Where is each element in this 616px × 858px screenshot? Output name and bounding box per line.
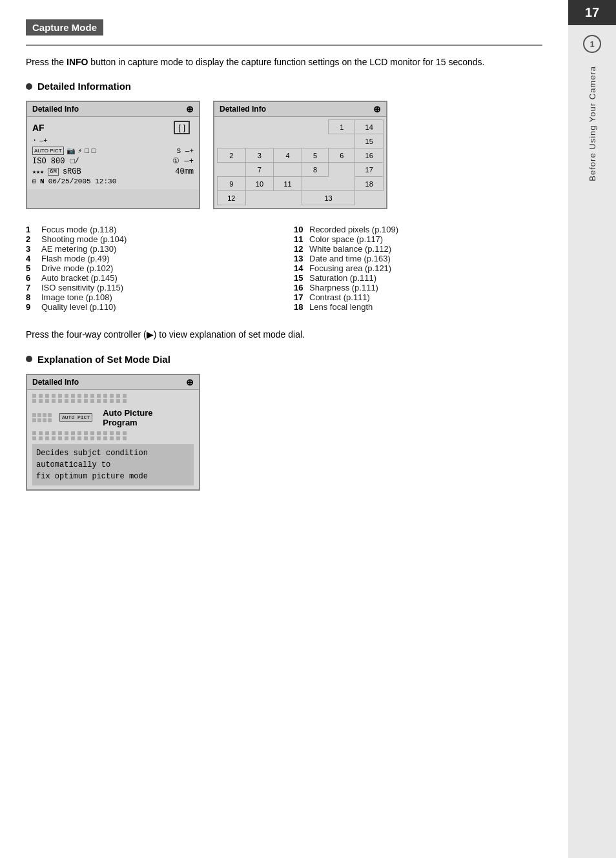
arrows-icon: —+ bbox=[39, 138, 47, 145]
flash-icon: ⚡ bbox=[78, 147, 83, 155]
dot bbox=[97, 399, 101, 403]
drive-icon: □ bbox=[85, 147, 89, 155]
dot bbox=[77, 399, 81, 403]
dot bbox=[71, 399, 75, 403]
grid-icon: ⊞ bbox=[32, 178, 36, 185]
dot bbox=[71, 431, 75, 435]
item-text: Contrast (p.111) bbox=[309, 292, 370, 302]
dot bbox=[65, 399, 68, 403]
dots-row-3 bbox=[32, 431, 194, 435]
explanation-screen: Detailed Info ⊕ bbox=[26, 374, 200, 491]
af-bracket-box: [ ] bbox=[174, 121, 190, 134]
icons-row-1: · —+ bbox=[32, 136, 194, 145]
item-num: 3 bbox=[26, 244, 37, 254]
dot bbox=[43, 413, 46, 417]
list-item: 2 Shooting mode (p.104) bbox=[26, 234, 274, 244]
dot bbox=[90, 436, 94, 440]
item-text: Focus mode (p.118) bbox=[41, 225, 116, 234]
cell-12: 12 bbox=[218, 191, 246, 205]
list-item: 8 Image tone (p.108) bbox=[26, 292, 274, 302]
dot bbox=[123, 431, 127, 435]
page-number: 17 bbox=[568, 0, 616, 25]
press-paragraph: Press the four-way controller (▶) to vie… bbox=[26, 327, 542, 342]
section-heading-bar: Capture Mode bbox=[26, 19, 542, 45]
dot bbox=[116, 399, 120, 403]
dot bbox=[77, 431, 81, 435]
list-item: 15 Saturation (p.111) bbox=[294, 273, 542, 283]
dot bbox=[84, 436, 88, 440]
dot bbox=[116, 431, 120, 435]
item-text: White balance (p.112) bbox=[309, 244, 391, 254]
cell-14: 14 bbox=[355, 120, 384, 134]
intro-paragraph: Press the INFO button in capture mode to… bbox=[26, 55, 542, 69]
item-text: AE metering (p.130) bbox=[41, 244, 116, 254]
list-item: 10 Recorded pixels (p.109) bbox=[294, 225, 542, 234]
item-text: Auto bracket (p.145) bbox=[41, 273, 118, 283]
bullet-label-2: Explanation of Set Mode Dial bbox=[37, 354, 170, 365]
n-label: N bbox=[40, 178, 45, 185]
dot bbox=[45, 399, 49, 403]
list-item: 5 Drive mode (p.102) bbox=[26, 263, 274, 273]
dot bbox=[52, 394, 56, 398]
dot bbox=[32, 394, 36, 398]
cell-empty-13 bbox=[329, 177, 355, 191]
autopict-row: AUTO PICT Auto Picture Program bbox=[32, 408, 194, 427]
screen-right-icon: ⊕ bbox=[373, 104, 381, 114]
item-text: Date and time (p.163) bbox=[309, 254, 391, 263]
dot bbox=[39, 436, 43, 440]
item-num: 7 bbox=[26, 283, 37, 292]
explanation-desc: Decides subjct condition automatically t… bbox=[32, 444, 194, 485]
icons-row-2: AUTO PICT 📷 ⚡ □ □ S —+ bbox=[32, 147, 194, 155]
desc-line-3: fix optimum picture mode bbox=[36, 471, 190, 482]
dot bbox=[32, 431, 36, 435]
camera-icon: 📷 bbox=[67, 147, 76, 155]
screen-left-title: Detailed Info bbox=[32, 105, 79, 114]
bullet-dot-2 bbox=[26, 356, 32, 362]
dot bbox=[71, 394, 75, 398]
item-num: 18 bbox=[294, 302, 305, 312]
side-dots-row-2 bbox=[32, 418, 52, 422]
press-arrow: ▶ bbox=[147, 329, 154, 340]
cell-empty-7 bbox=[302, 134, 328, 148]
explanation-icon: ⊕ bbox=[186, 377, 194, 387]
info-bold: INFO bbox=[67, 57, 88, 67]
dot bbox=[32, 399, 36, 403]
dot bbox=[39, 431, 43, 435]
dot bbox=[77, 394, 81, 398]
cell-empty-8 bbox=[329, 134, 355, 148]
list-item: 12 White balance (p.112) bbox=[294, 244, 542, 254]
dot bbox=[45, 436, 49, 440]
bullet-label-1: Detailed Information bbox=[37, 81, 131, 92]
item-num: 14 bbox=[294, 263, 305, 273]
dot bbox=[97, 436, 101, 440]
list-item: 11 Color space (p.117) bbox=[294, 234, 542, 244]
dot bbox=[84, 399, 88, 403]
cell-empty-10 bbox=[274, 163, 302, 177]
dot bbox=[110, 394, 114, 398]
dot bbox=[123, 436, 127, 440]
dots-row-4 bbox=[32, 436, 194, 440]
auto-picture-text: Auto Picture Program bbox=[103, 408, 152, 427]
dot bbox=[97, 431, 101, 435]
quality-row: ★★★ 6M sRGB 40mm bbox=[32, 167, 194, 176]
dot bbox=[52, 436, 56, 440]
list-item: 13 Date and time (p.163) bbox=[294, 254, 542, 263]
cell-1: 1 bbox=[329, 120, 355, 134]
cell-18: 18 bbox=[355, 177, 384, 191]
dot bbox=[90, 394, 94, 398]
list-item: 17 Contrast (p.111) bbox=[294, 292, 542, 302]
item-text: Saturation (p.111) bbox=[309, 273, 376, 283]
iso-value: ISO 800 bbox=[32, 157, 65, 166]
items-list: 1 Focus mode (p.118) 2 Shooting mode (p.… bbox=[26, 225, 542, 312]
list-item: 7 ISO sensitivity (p.115) bbox=[26, 283, 274, 292]
dot bbox=[65, 431, 68, 435]
cell-empty-14 bbox=[245, 191, 274, 205]
6m-badge: 6M bbox=[48, 168, 59, 176]
dot bbox=[123, 399, 127, 403]
cell-8: 8 bbox=[302, 163, 328, 177]
side-dots bbox=[32, 413, 52, 422]
grid-row-1: 15 bbox=[218, 134, 384, 148]
grid-table: 1 14 15 2 3 bbox=[217, 119, 384, 205]
srgb-label: sRGB bbox=[63, 167, 81, 176]
press-text-before: Press the four-way controller ( bbox=[26, 329, 147, 340]
